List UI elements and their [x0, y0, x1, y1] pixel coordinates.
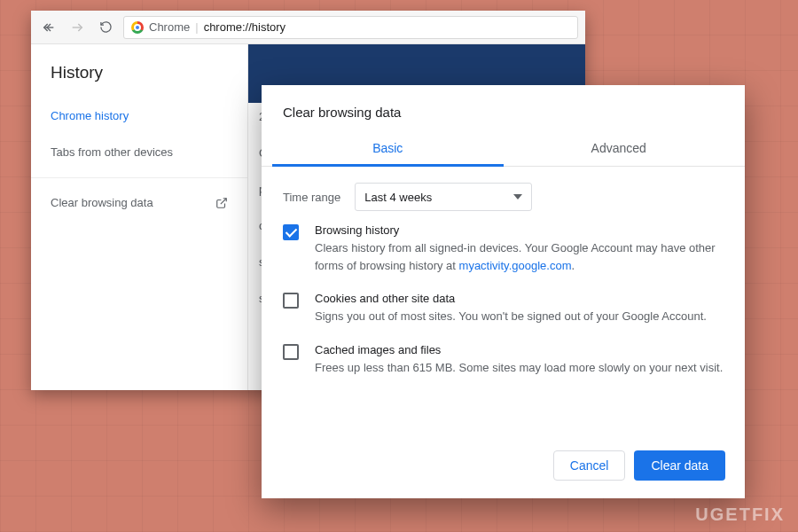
browser-toolbar: Chrome | chrome://history: [31, 11, 585, 44]
time-range-select[interactable]: Last 4 weeks: [355, 183, 532, 211]
arrow-right-icon: [70, 20, 84, 35]
reload-button[interactable]: [95, 17, 116, 38]
option-browsing-history: Browsing history Clears history from all…: [283, 223, 724, 274]
chrome-icon: [131, 21, 144, 34]
page-title: History: [31, 44, 247, 98]
back-button[interactable]: [38, 17, 59, 38]
history-sidebar: History Chrome history Tabs from other d…: [31, 44, 248, 390]
omnibox-divider: |: [195, 20, 198, 34]
sidebar-item-chrome-history[interactable]: Chrome history: [31, 98, 247, 134]
tab-advanced[interactable]: Advanced: [504, 132, 735, 166]
dialog-title: Clear browsing data: [262, 85, 745, 132]
sidebar-item-label: Clear browsing data: [51, 196, 153, 209]
tab-label: Advanced: [591, 141, 646, 155]
sidebar-item-tabs-other-devices[interactable]: Tabs from other devices: [31, 134, 247, 170]
time-range-row: Time range Last 4 weeks: [262, 167, 745, 216]
options-list: Browsing history Clears history from all…: [262, 216, 745, 376]
dialog-tabs: Basic Advanced: [262, 132, 745, 167]
option-cached: Cached images and files Frees up less th…: [283, 343, 724, 377]
button-label: Cancel: [570, 458, 609, 473]
open-in-new-icon: [215, 197, 228, 209]
time-range-label: Time range: [283, 191, 340, 204]
sidebar-item-label: Tabs from other devices: [51, 145, 173, 159]
sidebar-item-clear-browsing-data[interactable]: Clear browsing data: [31, 177, 247, 221]
checkbox-cookies[interactable]: [283, 293, 299, 309]
forward-button[interactable]: [66, 17, 88, 38]
option-title: Cached images and files: [315, 343, 723, 356]
checkbox-cached[interactable]: [283, 344, 299, 360]
time-range-value: Last 4 weeks: [364, 191, 432, 204]
arrow-left-icon: [42, 20, 56, 35]
option-desc-text: .: [571, 259, 575, 272]
option-desc: Signs you out of most sites. You won't b…: [315, 308, 707, 325]
myactivity-link[interactable]: myactivity.google.com: [459, 259, 572, 272]
tab-label: Basic: [372, 141, 403, 155]
watermark: UGETFIX: [695, 505, 785, 525]
sidebar-item-label: Chrome history: [51, 109, 129, 122]
option-title: Browsing history: [315, 223, 724, 237]
option-cookies: Cookies and other site data Signs you ou…: [283, 292, 724, 325]
option-desc: Frees up less than 615 MB. Some sites ma…: [315, 359, 723, 377]
clear-data-button[interactable]: Clear data: [634, 450, 725, 481]
address-bar[interactable]: Chrome | chrome://history: [123, 16, 578, 39]
clear-browsing-data-dialog: Clear browsing data Basic Advanced Time …: [262, 85, 745, 498]
tab-basic[interactable]: Basic: [272, 132, 504, 166]
omnibox-url: chrome://history: [204, 20, 286, 34]
svg-line-2: [221, 198, 226, 203]
cancel-button[interactable]: Cancel: [553, 450, 626, 481]
chevron-down-icon: [513, 194, 522, 200]
omnibox-chrome-label: Chrome: [149, 20, 190, 34]
reload-icon: [99, 20, 113, 34]
option-desc: Clears history from all signed-in device…: [315, 239, 724, 274]
button-label: Clear data: [651, 458, 708, 473]
option-title: Cookies and other site data: [315, 292, 707, 305]
checkbox-browsing-history[interactable]: [283, 224, 299, 240]
dialog-actions: Cancel Clear data: [262, 436, 745, 498]
